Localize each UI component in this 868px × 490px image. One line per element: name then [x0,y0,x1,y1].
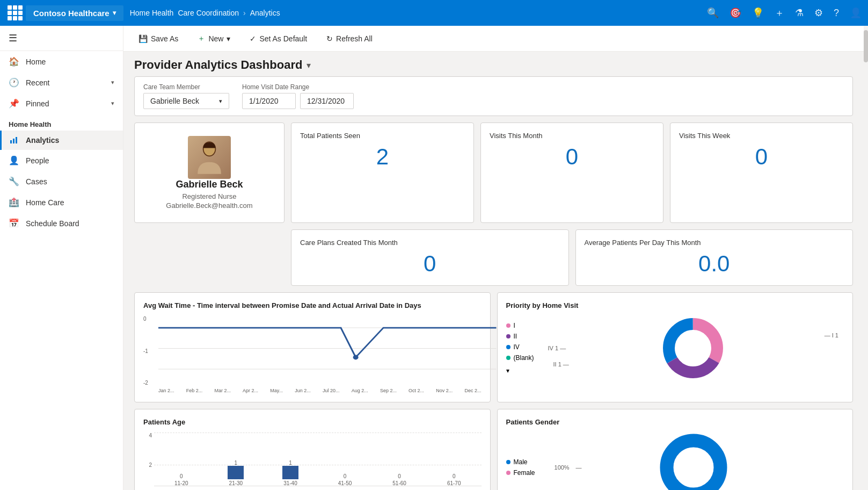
page-title-chevron-icon[interactable]: ▾ [307,60,311,70]
page-title: Provider Analytics Dashboard [134,58,302,72]
date-from-input[interactable]: 1/1/2020 [242,93,296,109]
sidebar-item-homecare[interactable]: 🏥 Home Care [0,192,123,213]
gender-pct-line: — [576,464,582,471]
sidebar-item-homecare-label: Home Care [26,198,64,207]
breadcrumb-separator: › [243,9,246,17]
target-icon[interactable]: 🎯 [730,7,741,19]
top-navigation: Contoso Healthcare ▾ Home Health Care Co… [0,0,868,26]
add-icon[interactable]: ＋ [775,6,784,19]
visits-month-label: Visits This Month [490,132,654,140]
legend-item-male: Male [506,458,535,466]
sidebar-section-home-health: Home Health [0,114,123,131]
lightbulb-icon[interactable]: 💡 [752,7,764,19]
help-icon[interactable]: ? [834,8,839,19]
grid-menu-button[interactable] [6,4,24,21]
right-scrollbar[interactable] [864,26,868,490]
team-member-value: Gabrielle Beck [150,97,199,105]
date-range-label: Home Visit Date Range [242,83,354,91]
sidebar-item-cases[interactable]: 🔧 Cases [0,171,123,192]
svg-point-8 [353,355,359,360]
sidebar-item-analytics-label: Analytics [26,136,59,145]
visits-week-label: Visits This Week [679,132,844,140]
scrollbar-thumb[interactable] [864,30,868,62]
stats-row-2: Care Plans Created This Month 0 Average … [134,229,853,286]
sidebar-item-home[interactable]: 🏠 Home [0,51,123,72]
save-as-icon: 💾 [138,34,148,43]
donut-expand-button[interactable]: ▾ [506,367,534,374]
sidebar-item-recent[interactable]: 🕐 Recent ▾ [0,72,123,93]
legend-item-female: Female [506,469,535,477]
gender-donut-svg [659,433,728,490]
legend-dot-IV [506,345,510,349]
home-icon: 🏠 [9,56,19,67]
bar-group-41-50: 0 41-50 [318,473,373,490]
bar-group-51-60: 0 51-60 [372,473,427,490]
date-range-filter: Home Visit Date Range 1/1/2020 12/31/202… [242,83,354,109]
filter-row: Care Team Member Gabrielle Beck ▾ Home V… [134,76,853,116]
line-chart-title: Avg Wait Time - Time interval between Pr… [143,301,482,309]
svg-rect-1 [13,139,14,143]
new-chevron-icon: ▾ [227,34,230,43]
line-chart-x-axis: Jan 2... Feb 2... Mar 2... Apr 2... May.… [143,388,482,393]
legend-dot-female [506,471,510,475]
breadcrumb-sep1[interactable]: Care Coordination [178,9,239,17]
recent-icon: 🕐 [9,77,19,88]
team-member-select[interactable]: Gabrielle Beck ▾ [143,93,229,109]
donut-svg-container: IV 1 — — I 1 II 1 — [543,316,844,380]
bar-chart-area: 0 11-20 1 21-30 1 [154,433,482,490]
sidebar-item-recent-label: Recent [26,78,49,87]
set-default-button[interactable]: ✓ Set As Default [245,32,311,45]
sidebar-item-people[interactable]: 👤 People [0,150,123,171]
refresh-button[interactable]: ↻ Refresh All [322,32,377,45]
sidebar-item-home-label: Home [26,57,46,66]
legend-item-II: II [506,333,534,340]
settings-icon[interactable]: ⚙ [814,7,823,19]
donut-legend: I II IV (Bl [506,322,534,374]
team-member-label: Care Team Member [143,83,229,91]
pinned-icon: 📌 [9,98,19,109]
sidebar: ☰ 🏠 Home 🕐 Recent ▾ 📌 Pinned ▾ Home Heal… [0,26,123,490]
filter-icon[interactable]: ⚗ [795,7,804,19]
sidebar-item-people-label: People [26,156,49,165]
page-header: Provider Analytics Dashboard ▾ [123,52,864,76]
visits-week-card: Visits This Week 0 [670,122,853,223]
bar-chart-wrapper: 4 2 0 0 [143,433,482,490]
hamburger-button[interactable]: ☰ [0,26,123,51]
refresh-label: Refresh All [336,34,373,43]
new-button[interactable]: ＋ New ▾ [193,32,235,46]
legend-item-blank: (Blank) [506,354,534,362]
sidebar-item-pinned[interactable]: 📌 Pinned ▾ [0,93,123,114]
line-chart-svg [158,316,497,375]
save-as-button[interactable]: 💾 Save As [134,32,183,45]
bar-group-11-20: 0 11-20 [154,473,209,490]
date-to-input[interactable]: 12/31/2020 [300,93,354,109]
profile-email: Gabrielle.Beck@health.com [166,201,252,210]
top-nav-action-icons: 🔍 🎯 💡 ＋ ⚗ ⚙ ? 👤 [707,6,862,19]
breadcrumb-home-health[interactable]: Home Health [130,9,174,17]
refresh-icon: ↻ [326,34,333,43]
grid-line-0 [154,486,482,486]
avg-patients-label: Average Patients Per Day This Month [585,239,844,247]
visits-week-value: 0 [679,144,844,170]
search-icon[interactable]: 🔍 [707,7,719,19]
care-plans-value: 0 [300,251,560,277]
sidebar-item-analytics[interactable]: Analytics [0,131,123,150]
user-icon[interactable]: 👤 [850,7,862,19]
grid-line-4 [154,433,482,433]
pinned-chevron-icon: ▾ [111,100,114,107]
sidebar-item-schedule[interactable]: 📅 Schedule Board [0,213,123,234]
waffle-icon [8,5,23,20]
legend-dot-blank [506,356,510,360]
cases-icon: 🔧 [9,176,19,186]
donut-label-IV: IV 1 — [548,345,566,351]
legend-dot-male [506,460,510,464]
profile-avatar [188,136,231,179]
visits-month-value: 0 [490,144,654,170]
legend-dot-I [506,323,510,328]
legend-dot-II [506,334,510,338]
legend-item-IV: IV [506,343,534,351]
donut-label-I: — I 1 [825,332,838,338]
app-title[interactable]: Contoso Healthcare ▾ [26,5,123,21]
team-member-chevron-icon: ▾ [219,98,222,105]
donut-chart-card: Priority by Home Visit I II [497,292,854,402]
